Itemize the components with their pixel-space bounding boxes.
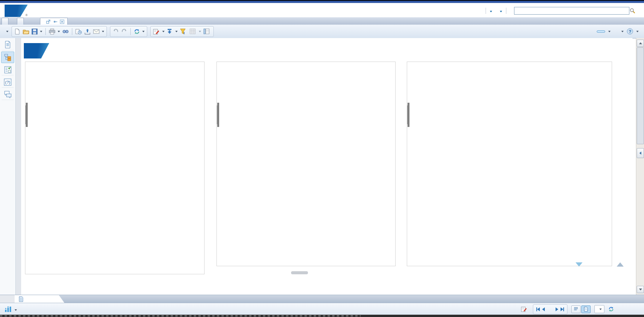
send-mail-icon[interactable] (93, 29, 100, 34)
document-icon (18, 296, 23, 302)
mail-options-caret[interactable] (102, 31, 104, 32)
drill-button[interactable] (167, 28, 178, 35)
outline-button[interactable] (203, 28, 211, 34)
status-left (5, 306, 17, 312)
report-tab-bar (0, 295, 644, 303)
filter-bar-button[interactable] (180, 28, 187, 35)
vertical-scrollbar[interactable] (636, 38, 644, 295)
reading-button[interactable] (597, 30, 605, 33)
report-selector[interactable] (15, 307, 17, 312)
report-tab-sales-analysis[interactable] (15, 295, 65, 303)
sidebar-item-document-summary[interactable] (2, 39, 14, 50)
next-page-button[interactable] (556, 307, 558, 311)
last-page-button[interactable] (561, 307, 564, 311)
zoom-select[interactable] (594, 305, 604, 313)
separator (130, 28, 131, 35)
scroll-down-button[interactable] (637, 286, 644, 293)
bullet-target-marker (26, 103, 28, 127)
applications-menu[interactable] (490, 8, 492, 13)
sidebar-item-user-prompt[interactable]: (?) (2, 77, 14, 88)
sap-logo-shape (5, 5, 28, 17)
chevron-down-icon (162, 31, 165, 32)
user-prompt-icon: (?) (4, 78, 12, 86)
pin-icon[interactable] (53, 20, 57, 24)
horizontal-scroll-thumb[interactable] (291, 271, 308, 274)
window-bottom-strip (0, 315, 644, 317)
print-icon[interactable] (49, 28, 55, 35)
design-options-caret[interactable] (621, 31, 624, 32)
reading-options-caret[interactable] (608, 31, 611, 32)
page-mode-button[interactable] (581, 305, 591, 313)
arrow-up-icon (639, 42, 642, 44)
tab-documents[interactable] (17, 18, 24, 25)
page-navigation (533, 304, 567, 314)
help-menu[interactable] (500, 8, 502, 13)
scroll-up-button[interactable] (637, 40, 644, 47)
drill-icon (167, 28, 172, 35)
collapse-panel-button[interactable] (637, 148, 644, 158)
refresh-status[interactable] (608, 306, 616, 312)
bullet-target-marker (217, 103, 219, 127)
bullet-chart[interactable] (25, 105, 26, 124)
document-summary-icon (4, 41, 11, 48)
undock-icon[interactable] (46, 20, 50, 24)
sidebar-item-navigation-map[interactable] (1, 52, 14, 63)
first-page-button[interactable] (536, 307, 540, 311)
design-button[interactable] (614, 31, 618, 32)
search-input[interactable] (514, 7, 629, 15)
track-changes-icon (521, 306, 527, 312)
scrollbar-thumb[interactable] (637, 47, 644, 144)
toolbar: ? (0, 25, 644, 38)
report-map-icon[interactable] (5, 306, 12, 312)
help-icon[interactable]: ? (627, 28, 633, 35)
export-icon[interactable] (84, 28, 91, 35)
refresh-icon[interactable] (134, 28, 140, 35)
history-icon[interactable] (75, 28, 82, 35)
previous-page-button[interactable] (542, 307, 545, 311)
status-right (521, 304, 616, 314)
window-tab-row (0, 17, 644, 25)
new-document-icon[interactable] (14, 28, 20, 35)
header-links (459, 7, 636, 15)
outline-icon (203, 28, 210, 34)
save-icon[interactable] (32, 28, 38, 35)
quick-display-mode-button[interactable] (571, 305, 581, 313)
separator (45, 28, 46, 35)
find-icon[interactable] (62, 28, 69, 35)
refresh-options-caret[interactable] (142, 31, 145, 32)
scroll-indicator[interactable] (576, 262, 582, 267)
search-icon[interactable] (629, 8, 636, 14)
track-changes-toggle[interactable] (521, 306, 529, 312)
web-intelligence-menu[interactable] (5, 31, 8, 32)
open-icon[interactable] (23, 28, 29, 35)
pareto-bar-chart[interactable] (25, 143, 204, 274)
sap-logo (24, 43, 49, 58)
sidebar-item-input-controls[interactable] (2, 64, 14, 75)
help-options-caret[interactable] (636, 31, 639, 32)
taskbar-texture (0, 315, 361, 317)
sidebar-item-comments[interactable] (2, 89, 14, 100)
navigation-map-icon (4, 54, 12, 61)
undo-icon[interactable] (113, 28, 119, 34)
panel-splitter[interactable] (16, 38, 22, 295)
registered-mark: ® (25, 13, 28, 17)
scroll-indicator[interactable] (617, 262, 624, 267)
track-button[interactable] (153, 28, 165, 35)
print-options-caret[interactable] (58, 31, 60, 32)
tab-home[interactable] (2, 18, 8, 25)
bullet-chart[interactable] (217, 105, 218, 124)
chevron-down-icon (599, 309, 602, 310)
header: ® (0, 3, 644, 17)
freeze-button[interactable] (190, 28, 201, 34)
tab-sales-analysis-dashboard[interactable] (40, 18, 68, 25)
line-chart[interactable] (407, 137, 612, 266)
bullet-chart[interactable] (407, 105, 408, 124)
close-icon[interactable] (60, 20, 64, 24)
chevron-down-icon (175, 31, 178, 32)
redo-icon[interactable] (121, 28, 127, 34)
comments-icon (4, 91, 12, 98)
panel-margin (407, 62, 612, 266)
save-options-caret[interactable] (40, 31, 42, 32)
toolbar-group-file (12, 26, 107, 37)
donut-chart[interactable] (217, 139, 395, 262)
